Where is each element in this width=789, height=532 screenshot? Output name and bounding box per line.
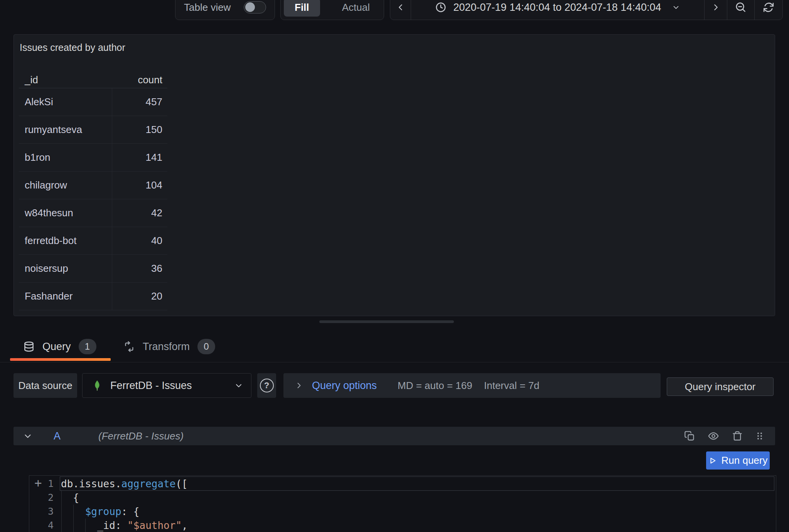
- time-range-picker[interactable]: 2020-07-19 14:40:04 to 2024-07-18 14:40:…: [411, 0, 704, 20]
- query-options-section: Query options MD = auto = 169 Interval =…: [283, 373, 661, 398]
- table-cell-id: w84thesun: [19, 199, 112, 227]
- table-cell-count: 141: [112, 144, 167, 172]
- query-row-actions: [684, 430, 764, 442]
- code-line: $group: {: [61, 505, 140, 519]
- table-view-toggle-group: Table view: [175, 0, 275, 20]
- fill-button[interactable]: Fill: [284, 0, 320, 17]
- trash-icon[interactable]: [732, 431, 743, 441]
- collapse-chevron-icon[interactable]: [23, 431, 33, 441]
- refresh-icon: [763, 2, 774, 13]
- chevron-right-icon: [294, 381, 303, 390]
- active-tab-underline: [10, 358, 111, 361]
- issues-table: _id count AlekSi457rumyantseva150b1ron14…: [19, 72, 167, 310]
- query-options-toggle[interactable]: [294, 381, 303, 390]
- table-cell-count: 20: [112, 283, 167, 310]
- time-shift-forward-button[interactable]: [705, 0, 727, 20]
- interval-stat: Interval = 7d: [484, 380, 539, 392]
- tab-query-count-badge: 1: [79, 339, 96, 354]
- table-cell-count: 457: [112, 88, 167, 116]
- tab-transform[interactable]: Transform 0: [123, 335, 215, 359]
- table-cell-count: 104: [112, 172, 167, 199]
- table-header-id[interactable]: _id: [19, 72, 112, 88]
- table-cell-count: 36: [112, 255, 167, 283]
- line-number: 4: [37, 519, 54, 532]
- query-datasource-hint: (FerretDB - Issues): [98, 430, 184, 442]
- line-number: 2: [37, 491, 54, 505]
- table-cell-id: ferretdb-bot: [19, 227, 112, 255]
- datasource-help-button[interactable]: ?: [257, 373, 276, 398]
- query-row-a-header[interactable]: A (FerretDB - Issues): [13, 427, 775, 445]
- query-options-label[interactable]: Query options: [312, 380, 377, 392]
- datasource-label: Data source: [18, 380, 72, 392]
- table-cell-id: AlekSi: [19, 88, 112, 116]
- code-line: {: [61, 491, 79, 505]
- play-icon: [708, 456, 717, 465]
- table-cell-id: Fashander: [19, 283, 112, 310]
- table-view-label: Table view: [184, 2, 231, 13]
- eye-icon[interactable]: [707, 431, 720, 441]
- table-cell-count: 150: [112, 116, 167, 144]
- clock-icon: [435, 2, 447, 13]
- database-icon: [23, 341, 35, 352]
- chevron-down-icon: [234, 381, 243, 390]
- grafana-panel-editor: Table view Fill Actual 2020-07-19 14:40:…: [0, 0, 789, 532]
- table-cell-id: chilagrow: [19, 172, 112, 199]
- chevron-down-icon: [672, 3, 680, 12]
- datasource-label-chip: Data source: [13, 373, 77, 398]
- table-cell-count: 40: [112, 227, 167, 255]
- line-number: 1: [37, 477, 54, 491]
- run-query-button[interactable]: Run query: [706, 451, 770, 470]
- panel-title: Issues created by author: [20, 42, 125, 53]
- toggle-knob: [245, 2, 255, 12]
- code-line: db.issues.aggregate([: [61, 477, 188, 491]
- mongodb-leaf-icon: [92, 380, 103, 391]
- panel-resize-handle[interactable]: [319, 320, 454, 323]
- query-code-editor[interactable]: + 1db.issues.aggregate([2 {3 $group: {4 …: [29, 475, 776, 532]
- chevron-left-icon: [396, 2, 406, 12]
- max-data-points-stat: MD = auto = 169: [398, 380, 472, 392]
- tabbar-divider: [0, 362, 789, 362]
- table-cell-id: b1ron: [19, 144, 112, 172]
- grip-icon[interactable]: [755, 430, 764, 442]
- transform-icon: [123, 341, 135, 352]
- table-view-toggle[interactable]: [244, 1, 266, 13]
- query-ref-id: A: [54, 430, 61, 442]
- help-icon: ?: [260, 379, 274, 392]
- refresh-button[interactable]: [755, 0, 782, 20]
- datasource-select[interactable]: FerretDB - Issues: [82, 373, 251, 398]
- time-range-text: 2020-07-19 14:40:04 to 2024-07-18 14:40:…: [454, 2, 661, 13]
- fill-actual-segmented-control: Fill Actual: [280, 0, 384, 20]
- tab-query-label: Query: [42, 341, 71, 353]
- line-number: 3: [37, 505, 54, 519]
- time-controls-group: 2020-07-19 14:40:04 to 2024-07-18 14:40:…: [390, 0, 783, 20]
- zoom-out-time-button[interactable]: [727, 0, 754, 20]
- time-shift-back-button[interactable]: [390, 0, 411, 20]
- tab-query[interactable]: Query 1: [23, 335, 96, 359]
- tab-transform-label: Transform: [143, 341, 190, 353]
- run-query-label: Run query: [722, 455, 768, 466]
- table-header-count[interactable]: count: [112, 72, 167, 88]
- chevron-right-icon: [711, 2, 721, 12]
- copy-icon[interactable]: [684, 431, 695, 441]
- code-line: _id: "$author",: [61, 519, 188, 532]
- table-cell-count: 42: [112, 199, 167, 227]
- zoom-out-icon: [735, 2, 747, 13]
- datasource-value: FerretDB - Issues: [110, 380, 234, 392]
- tab-transform-count-badge: 0: [197, 339, 215, 354]
- panel-issues-created-by-author: Issues created by author _id count AlekS…: [13, 34, 775, 316]
- table-cell-id: rumyantseva: [19, 116, 112, 144]
- query-inspector-label: Query inspector: [685, 381, 756, 393]
- table-cell-id: noisersup: [19, 255, 112, 283]
- query-inspector-button[interactable]: Query inspector: [667, 377, 774, 396]
- actual-button[interactable]: Actual: [331, 0, 381, 17]
